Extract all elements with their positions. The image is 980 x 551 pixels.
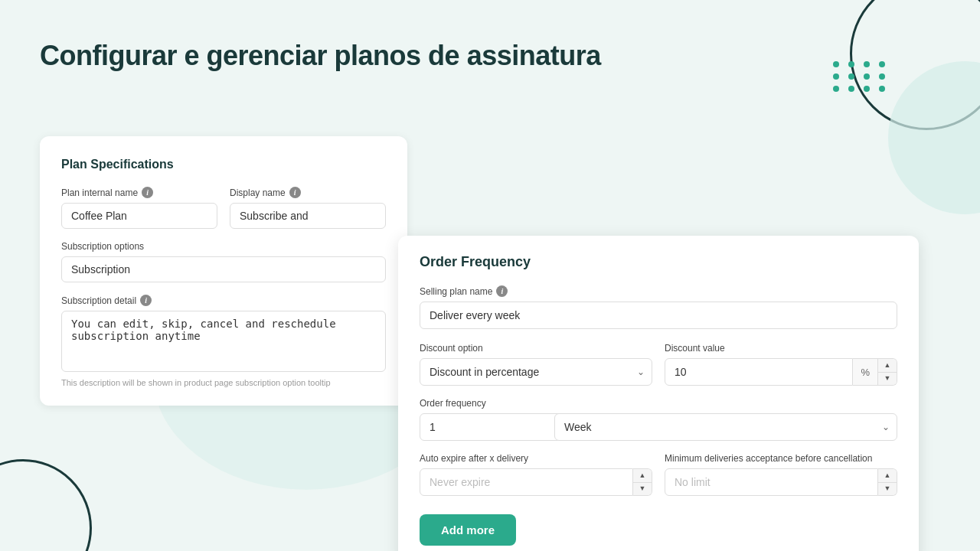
display-name-field: Display name i [230,187,386,229]
add-more-button[interactable]: Add more [420,514,516,546]
auto-expire-increment[interactable]: ▲ [633,469,652,482]
order-frequency-number-wrapper: ▲ ▼ [420,413,542,441]
page-title: Configurar e gerenciar planos de assinat… [40,40,601,72]
order-frequency-title: Order Frequency [420,254,897,270]
name-fields-row: Plan internal name i Display name i [61,187,386,229]
discount-value-wrapper: % ▲ ▼ [665,358,897,386]
selling-plan-name-label: Selling plan name i [420,285,897,297]
plan-internal-name-label: Plan internal name i [61,187,217,198]
discount-value-input[interactable] [665,358,853,386]
subscription-options-input[interactable] [61,256,386,282]
min-deliveries-label: Minimum deliveries acceptance before can… [665,453,897,464]
expire-deliveries-row: Auto expire after x delivery ▲ ▼ Minimum… [420,453,897,496]
selling-plan-name-info-icon: i [496,285,508,297]
discount-option-label: Discount option [420,343,652,354]
min-deliveries-wrapper: ▲ ▼ [665,468,897,496]
subscription-detail-hint: This description will be shown in produc… [61,378,386,387]
discount-option-field: Discount option Discount in percentage F… [420,343,652,386]
display-name-label: Display name i [230,187,386,198]
auto-expire-wrapper: ▲ ▼ [420,468,652,496]
order-frequency-unit-select[interactable]: Week Day Month Year [554,413,897,441]
order-frequency-panel: Order Frequency Selling plan name i Disc… [398,236,919,551]
order-frequency-label: Order frequency [420,398,897,409]
discount-option-select-wrapper: Discount in percentage Fixed amount disc… [420,358,652,386]
plan-internal-name-info-icon: i [142,187,153,198]
subscription-detail-field: Subscription detail i You can edit, skip… [61,295,386,387]
discount-value-unit: % [853,358,878,386]
discount-value-field: Discount value % ▲ ▼ [665,343,897,386]
subscription-options-field: Subscription options [61,241,386,282]
subscription-detail-info-icon: i [140,295,152,306]
min-deliveries-field: Minimum deliveries acceptance before can… [665,453,897,496]
min-deliveries-spinner: ▲ ▼ [878,468,897,496]
order-frequency-inputs-row: ▲ ▼ Week Day Month Year ⌄ [420,413,897,441]
display-name-input[interactable] [230,203,386,229]
bg-circle-bottom-left [0,459,92,551]
subscription-options-label: Subscription options [61,241,386,252]
subscription-detail-label: Subscription detail i [61,295,386,306]
discount-option-select[interactable]: Discount in percentage Fixed amount disc… [420,358,652,386]
min-deliveries-input[interactable] [665,468,878,496]
discount-value-spinner: ▲ ▼ [878,358,897,386]
discount-value-increment[interactable]: ▲ [878,359,897,372]
auto-expire-label: Auto expire after x delivery [420,453,652,464]
auto-expire-input[interactable] [420,468,633,496]
discount-value-decrement[interactable]: ▼ [878,372,897,386]
min-deliveries-decrement[interactable]: ▼ [878,482,897,496]
auto-expire-field: Auto expire after x delivery ▲ ▼ [420,453,652,496]
plan-specifications-card: Plan Specifications Plan internal name i… [40,136,407,406]
order-frequency-field: Order frequency ▲ ▼ Week Day Month Year … [420,398,897,441]
subscription-detail-textarea[interactable]: You can edit, skip, cancel and reschedul… [61,311,386,372]
discount-row: Discount option Discount in percentage F… [420,343,897,386]
min-deliveries-increment[interactable]: ▲ [878,469,897,482]
auto-expire-spinner: ▲ ▼ [633,468,652,496]
bg-dots [833,61,888,92]
discount-value-label: Discount value [665,343,897,354]
selling-plan-name-input[interactable] [420,302,897,329]
order-frequency-number-input[interactable] [420,413,573,441]
plan-internal-name-field: Plan internal name i [61,187,217,229]
order-frequency-unit-wrapper: Week Day Month Year ⌄ [554,413,897,441]
display-name-info-icon: i [289,187,301,198]
selling-plan-name-field: Selling plan name i [420,285,897,329]
auto-expire-decrement[interactable]: ▼ [633,482,652,496]
plan-internal-name-input[interactable] [61,203,217,229]
plan-card-title: Plan Specifications [61,158,386,171]
